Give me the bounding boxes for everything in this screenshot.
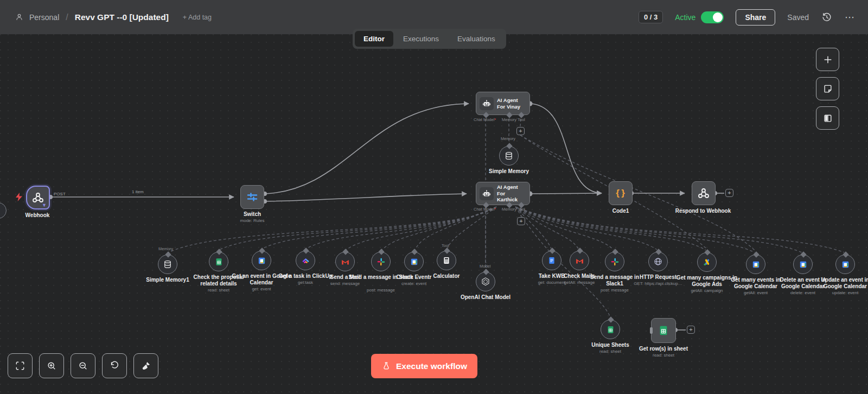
database-icon: [504, 151, 514, 161]
view-tabs: Editor Executions Evaluations: [353, 29, 506, 49]
add-sticky-note-button[interactable]: [816, 77, 839, 100]
node-sublabel: mode: Rules: [225, 218, 279, 223]
header-actions: 0 / 3 Active Share Saved ⋯: [639, 9, 855, 26]
node-update-event-gcal[interactable]: [835, 255, 855, 274]
add-tool-button[interactable]: +: [517, 217, 525, 225]
broom-icon: [141, 360, 151, 371]
solid-connector-group: [52, 104, 724, 330]
node-sublabel: send: message: [312, 281, 378, 286]
node-openai-chat-model[interactable]: [476, 272, 495, 291]
node-take-kwb[interactable]: [542, 251, 561, 270]
switch-icon: [246, 190, 259, 204]
node-agent-karthick[interactable]: AI Agent For Karthick: [476, 182, 530, 205]
gmail-icon: [575, 256, 584, 265]
google-calendar-icon: [410, 257, 419, 266]
evaluation-counter-badge: 0 / 3: [639, 11, 663, 23]
split-panel-icon: [822, 113, 833, 124]
google-sheets-icon: [606, 325, 615, 334]
node-get-event-gcal[interactable]: [252, 251, 271, 270]
node-label: Calculator: [414, 273, 479, 279]
more-menu-icon[interactable]: ⋯: [845, 11, 855, 23]
google-sheets-icon: [214, 257, 224, 266]
webhook-icon: [697, 187, 710, 200]
tab-evaluations[interactable]: Evaluations: [449, 31, 504, 47]
calculator-icon: [442, 256, 451, 265]
slack-icon: [376, 257, 386, 266]
node-label: Webhook: [10, 212, 65, 219]
active-toggle[interactable]: [701, 11, 724, 23]
node-http-request[interactable]: [648, 252, 668, 271]
gmail-icon: [341, 257, 350, 266]
node-label: Simple Memory: [476, 168, 541, 175]
node-get-many-events-gcal[interactable]: [746, 255, 765, 274]
zoom-out-button[interactable]: [71, 353, 95, 378]
execute-workflow-label: Execute workflow: [396, 361, 467, 371]
toggle-panel-button[interactable]: [816, 106, 839, 130]
node-get-rows-in-sheet[interactable]: [651, 318, 676, 343]
undo-button[interactable]: [102, 353, 127, 378]
add-tag-button[interactable]: + Add tag: [183, 14, 212, 21]
port-label-model: Model: [480, 264, 490, 269]
add-tool-button[interactable]: +: [516, 127, 525, 135]
node-label: Respond to Webhook: [668, 208, 738, 214]
webhook-pin-icon: ▼: [42, 202, 47, 208]
add-node-panel-button[interactable]: [816, 48, 839, 71]
node-label: OpenAI Chat Model: [453, 294, 518, 301]
fit-view-icon: [15, 360, 25, 371]
node-agent-vinay[interactable]: AI Agent For Vinay: [476, 92, 530, 115]
sticky-note-icon: [822, 84, 833, 94]
node-sublabel: post: message: [582, 288, 647, 293]
node-slack-message[interactable]: [371, 252, 391, 271]
workspace-name[interactable]: Personal: [29, 13, 59, 22]
tab-executions[interactable]: Executions: [394, 31, 448, 47]
zoom-in-icon: [46, 360, 57, 371]
active-label: Active: [675, 13, 695, 22]
node-delete-event-gcal[interactable]: [793, 255, 813, 274]
port-label-chat-model: Chat Model*: [474, 207, 496, 212]
node-label: Switch: [225, 211, 279, 218]
clickup-icon: [301, 256, 310, 265]
add-node-button[interactable]: +: [687, 326, 695, 334]
node-send-mail[interactable]: [335, 252, 355, 271]
google-calendar-icon: [751, 260, 761, 269]
node-create-eventr[interactable]: [404, 252, 424, 271]
input-port: [650, 327, 653, 334]
node-google-ads-campaigns[interactable]: [697, 252, 717, 272]
execute-workflow-button[interactable]: Execute workflow: [371, 354, 477, 378]
node-code1[interactable]: { }: [609, 181, 633, 205]
google-calendar-icon: [799, 260, 808, 269]
node-slack-message1[interactable]: [605, 252, 624, 271]
google-calendar-icon: [841, 260, 850, 269]
node-simple-memory[interactable]: [499, 146, 519, 166]
node-simple-memory1[interactable]: [158, 255, 177, 274]
node-switch[interactable]: [240, 185, 264, 209]
workflow-title[interactable]: Revv GPT --0 [Updated]: [75, 12, 169, 22]
node-label: Code1: [593, 208, 648, 214]
port-label-memory: Memory: [502, 207, 516, 212]
node-sublabel: create: event: [381, 281, 446, 286]
slack-icon: [610, 257, 620, 266]
node-calculator[interactable]: [437, 251, 456, 270]
undo-icon: [109, 360, 120, 371]
tab-editor[interactable]: Editor: [355, 31, 393, 47]
zoom-in-button[interactable]: [39, 353, 64, 378]
toggle-knob: [713, 12, 723, 22]
node-label: Update an event in Google Calendar: [813, 277, 868, 290]
node-clickup-task[interactable]: [296, 251, 315, 270]
workflow-canvas[interactable]: POST 1 item ▼ Webhook Switch mode: Rules…: [0, 34, 868, 394]
google-docs-icon: [547, 256, 556, 265]
robot-icon: [480, 187, 494, 200]
share-button[interactable]: Share: [736, 9, 775, 26]
trigger-bolt-icon: [15, 193, 23, 201]
tidy-up-button[interactable]: [133, 353, 158, 378]
add-node-button[interactable]: +: [725, 189, 733, 197]
node-check-mails[interactable]: [570, 251, 589, 270]
breadcrumb-separator: /: [66, 12, 68, 22]
port-label-chat-model: Chat Model*: [474, 117, 496, 122]
zoom-to-fit-button[interactable]: [8, 353, 33, 378]
node-unique-sheets[interactable]: [601, 320, 620, 339]
node-respond-to-webhook[interactable]: [692, 181, 716, 205]
history-icon[interactable]: [821, 11, 833, 23]
port-label-memory: Memory: [501, 136, 515, 141]
node-check-proposal[interactable]: [209, 252, 228, 271]
